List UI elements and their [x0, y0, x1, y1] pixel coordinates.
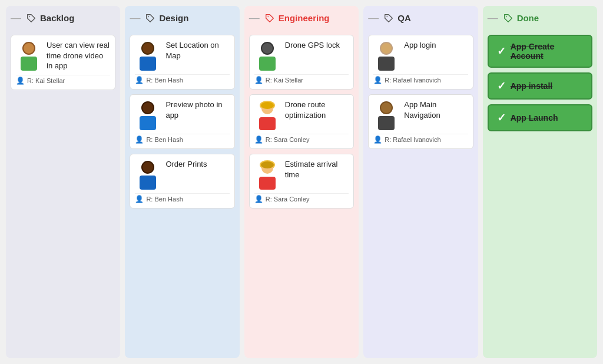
card-assignee-design-3: 👤 R: Ben Hash: [135, 193, 229, 203]
card-title-eng-2: Drone route optimization: [285, 100, 349, 120]
done-item-2[interactable]: ✓ App install: [488, 72, 592, 100]
svg-point-29: [381, 43, 392, 54]
col-dots-qa: —: [368, 12, 379, 24]
svg-point-7: [143, 43, 153, 54]
assignee-label: R: Ben Hash: [146, 77, 183, 84]
card-assignee-eng-3: 👤 R: Sara Conley: [254, 193, 349, 203]
card-design-2[interactable]: Preview photo in app 👤 R: Ben Hash: [130, 94, 234, 149]
svg-point-0: [29, 16, 30, 17]
column-header-engineering: — Engineering: [249, 12, 354, 27]
card-design-3[interactable]: Order Prints 👤 R: Ben Hash: [130, 154, 234, 209]
column-done: — Done ✓ App Create Account ✓ App instal…: [483, 6, 597, 358]
svg-point-32: [381, 102, 392, 113]
avatar-design-3: [135, 159, 161, 190]
assignee-label: R: Sara Conley: [266, 136, 310, 143]
kanban-board: — Backlog User can view real time drone …: [0, 0, 603, 364]
avatar-qa-1: [373, 40, 399, 71]
assignee-icon: 👤: [16, 77, 25, 85]
card-content: Drone GPS lock: [254, 40, 349, 71]
card-eng-3[interactable]: Estimate arrival time 👤 R: Sara Conley: [249, 154, 354, 209]
col-dots-backlog: —: [11, 12, 21, 24]
assignee-icon: 👤: [135, 135, 144, 144]
done-check-icon: ✓: [497, 80, 506, 92]
card-assignee-qa-1: 👤 R: Rafael Ivanovich: [373, 74, 468, 84]
avatar-backlog-1: [16, 40, 42, 71]
svg-point-26: [387, 16, 388, 17]
svg-point-13: [143, 162, 153, 173]
column-design: — Design Set Location on Map 👤: [125, 6, 239, 358]
card-qa-2[interactable]: App Main Navigation 👤 R: Rafael Ivanovic…: [368, 94, 473, 149]
assignee-icon: 👤: [373, 76, 382, 84]
svg-rect-24: [259, 177, 276, 190]
assignee-label: R: Kai Stellar: [266, 77, 303, 84]
assignee-label: R: Ben Hash: [146, 136, 183, 143]
card-design-1[interactable]: Set Location on Map 👤 R: Ben Hash: [130, 35, 234, 90]
card-title-eng-3: Estimate arrival time: [285, 159, 349, 180]
column-backlog: — Backlog User can view real time drone …: [6, 6, 120, 358]
done-check-icon: ✓: [497, 45, 506, 58]
svg-rect-12: [140, 176, 156, 190]
svg-point-4: [148, 16, 150, 17]
card-title-qa-2: App Main Navigation: [404, 100, 468, 120]
card-content: Estimate arrival time: [254, 159, 349, 190]
svg-rect-20: [259, 117, 276, 130]
done-label-2: App install: [511, 81, 553, 91]
card-assignee-backlog-1: 👤 R: Kai Stellar: [16, 75, 110, 85]
tag-icon-qa: [383, 13, 394, 24]
done-item-1[interactable]: ✓ App Create Account: [488, 35, 592, 68]
card-title-design-3: Order Prints: [165, 159, 229, 170]
column-header-backlog: — Backlog: [11, 12, 115, 27]
assignee-icon: 👤: [135, 76, 144, 84]
assignee-label: R: Kai Stellar: [27, 77, 65, 84]
card-content: App login: [373, 40, 468, 71]
tag-icon-backlog: [26, 13, 37, 24]
column-title-design: Design: [159, 13, 188, 23]
column-title-backlog: Backlog: [40, 13, 74, 23]
card-content: User can view real time drone video in a…: [16, 40, 110, 71]
column-header-done: — Done: [488, 12, 592, 27]
avatar-design-1: [135, 40, 161, 71]
column-qa: — QA App login 👤: [363, 6, 478, 358]
card-eng-1[interactable]: Drone GPS lock 👤 R: Kai Stellar: [249, 35, 354, 90]
svg-point-33: [506, 16, 507, 17]
card-title-eng-1: Drone GPS lock: [285, 40, 349, 51]
card-content: Set Location on Map: [135, 40, 229, 71]
svg-rect-2: [21, 57, 37, 71]
card-assignee-eng-1: 👤 R: Kai Stellar: [254, 74, 349, 84]
card-backlog-1[interactable]: User can view real time drone video in a…: [11, 35, 115, 90]
assignee-icon: 👤: [373, 135, 382, 144]
card-qa-1[interactable]: App login 👤 R: Rafael Ivanovich: [368, 35, 473, 90]
svg-rect-28: [378, 57, 395, 71]
svg-point-25: [261, 161, 274, 168]
column-title-engineering: Engineering: [279, 13, 330, 23]
column-title-done: Done: [517, 13, 539, 23]
tag-icon-done: [503, 13, 513, 24]
card-assignee-eng-2: 👤 R: Sara Conley: [254, 134, 349, 144]
card-eng-2[interactable]: Drone route optimization 👤 R: Sara Conle…: [249, 94, 354, 149]
assignee-label: R: Rafael Ivanovich: [385, 77, 440, 84]
done-item-3[interactable]: ✓ App Launch: [488, 104, 592, 131]
card-content: Order Prints: [135, 159, 229, 190]
assignee-label: R: Sara Conley: [266, 196, 310, 203]
avatar-design-2: [135, 100, 161, 130]
svg-rect-31: [378, 116, 395, 130]
avatar-eng-2: [254, 100, 280, 130]
done-check-icon: ✓: [497, 111, 506, 124]
col-dots-design: —: [130, 12, 140, 24]
svg-rect-6: [140, 57, 156, 71]
done-label-3: App Launch: [511, 113, 558, 123]
svg-point-10: [143, 102, 153, 113]
column-engineering: — Engineering Drone GPS lock 👤: [244, 6, 359, 358]
card-title-qa-1: App login: [404, 40, 468, 51]
avatar-eng-1: [254, 40, 280, 71]
svg-point-3: [24, 43, 34, 54]
assignee-icon: 👤: [135, 195, 144, 203]
svg-point-17: [262, 43, 273, 54]
svg-point-14: [267, 16, 269, 17]
assignee-label: R: Ben Hash: [146, 196, 183, 203]
card-content: Drone route optimization: [254, 100, 349, 130]
card-assignee-qa-2: 👤 R: Rafael Ivanovich: [373, 134, 468, 144]
svg-rect-16: [259, 57, 276, 71]
card-title-backlog-1: User can view real time drone video in a…: [47, 40, 110, 71]
avatar-qa-2: [373, 100, 399, 130]
